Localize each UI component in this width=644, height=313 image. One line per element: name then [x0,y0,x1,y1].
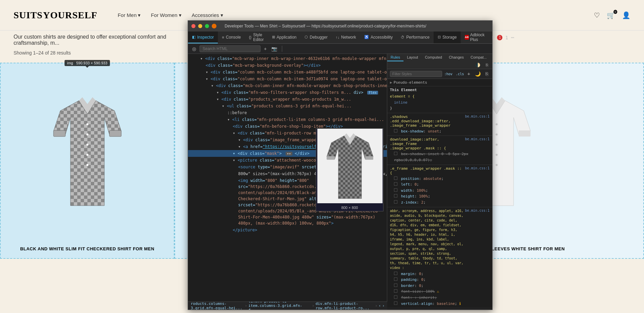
svg-rect-5 [54,130,65,137]
html-line-3: ▾ <div class="column mcb-column mcb-item… [188,69,387,76]
dark-toggle-btn[interactable]: 🌙 [474,70,482,77]
tab-performance[interactable]: ⏱ Performance [397,32,434,43]
tab-layout[interactable]: Layout [403,54,421,61]
devtools-toolbar: ◎ + 📷 [188,44,492,54]
toolbar-separator [282,46,282,52]
html-line-7: ▾ <div class="products_wrapper mfn-woo-p… [188,96,387,103]
svg-point-8 [86,133,88,135]
nav-accessories[interactable]: Accessories ▾ [192,12,223,18]
tab-debugger[interactable]: ⬡ Debugger [300,32,332,43]
tab-rules[interactable]: Rules [387,54,403,61]
search-html-input[interactable] [200,45,261,52]
screenshot-button[interactable]: 📷 [270,45,278,52]
breadcrumb-2[interactable]: li.mfn-product-li-item.columns-3.grid.mf… [248,301,311,310]
shirt-preview-svg [316,129,384,203]
site-subtitle: Our custom shirts are designed to offer … [14,34,183,46]
copy-icon[interactable]: ⎘ [484,61,490,69]
tab-adblock[interactable]: AB Adblock Plus [461,32,490,43]
tab-accessibility-label: Accessibility [371,35,393,40]
devtools-breadcrumb: roducts.columns-3.grid.mfn-equal-hei... … [188,301,387,310]
svg-rect-34 [327,156,335,160]
rule1-props: box-shadow: unset; [390,128,490,134]
rule3-chk-position[interactable] [394,176,397,180]
pseudo-state-hov[interactable]: :hov [444,72,452,76]
rule4-chk-fontsize[interactable] [394,289,397,293]
devtools-minimize-button[interactable] [198,24,202,28]
pick-element-button[interactable]: ◎ [191,45,198,52]
pseudo-elements-section[interactable]: ▶ Pseudo-elements [387,79,492,86]
filter-styles-input[interactable] [390,71,442,77]
devtools-more-icon[interactable]: ⋯ [511,34,514,41]
dark-mode-icon[interactable]: 🌓 [473,61,482,69]
tab-changes[interactable]: Changes [445,54,467,61]
tab-more[interactable]: » [490,32,497,43]
style-rule-4: abbr, acronym, address, applet, a16, asi… [387,207,492,309]
firefox-icon [212,24,216,28]
breadcrumb-1[interactable]: roducts.columns-3.grid.mfn-equal-hei... [191,301,244,310]
tab-style-editor[interactable]: {} Style Editor [245,32,268,43]
rule4-props: margin: 0; padding: 0; border: 0; f [390,271,490,307]
copy-styles-btn[interactable]: ⎘ [484,70,490,77]
preview-size: 800 × 800 [316,204,383,211]
add-rule-button[interactable]: + [263,45,268,52]
tab-storage[interactable]: ⊡ Storage [434,32,461,43]
rule4-chk-font[interactable] [394,295,397,299]
tab-console-label: Console [226,35,241,40]
rule4-link[interactable]: be.min.css:1 [465,209,490,212]
rule2-link[interactable]: be.min.css:1 [465,137,490,141]
rule3-chk-left[interactable] [394,182,397,186]
rule3-props: position: absolute; left: 0; width: 100%… [390,176,490,206]
tab-computed[interactable]: Computed [421,54,445,61]
tab-accessibility[interactable]: ♿ Accessibility [360,32,397,43]
rule1-link[interactable]: be.min.css:1 [465,114,490,118]
breadcrumb-3[interactable]: div.mfn-li-product-row.mfn-li-product-ro… [316,301,374,310]
breadcrumb-arrow-2[interactable]: › [382,304,385,308]
product-title-1: BLACK AND WHITE SLIM FIT CHECKERED SHIRT… [20,246,154,251]
html-line-2: <div class="mcb-wrap-background-overlay"… [188,62,387,69]
svg-point-7 [86,123,88,125]
html-line-8: ▾ <ul class="products columns-3 grid mfn… [188,103,387,109]
rule3-chk-width[interactable] [394,188,397,192]
heart-icon[interactable]: ♡ [594,11,600,19]
this-element-section: This Element element ∷ { inline } [387,86,492,113]
rule4-chk-padding[interactable] [394,277,397,281]
tab-network-label: Network [341,35,356,40]
tab-debugger-label: Debugger [310,35,328,40]
rule3-chk-zindex[interactable] [394,200,397,204]
rule4-chk-valign[interactable] [394,301,397,305]
rule1-checkbox[interactable] [394,129,397,132]
rule1-selector: .shadows .edd_download_image::after,.ima… [390,114,465,128]
tab-inspector[interactable]: ◧ Inspector [188,32,218,43]
product-card-1[interactable]: img 590.933 × 590.933 [0,63,174,259]
breadcrumb-sep-2: › [312,304,314,308]
nav-for-men[interactable]: For Men ▾ [118,12,141,18]
devtools-maximize-button[interactable] [205,24,209,28]
devtools-tabs: ◧ Inspector ≡ Console {} Style Editor ⊞ … [188,32,492,44]
devtools-close-button[interactable] [191,24,195,28]
tab-network[interactable]: ↑↓ Network [332,32,360,43]
pseudo-state-cls[interactable]: .cls [456,72,464,76]
rule3-selector: .e_frame .image_wrapper .mask :: { [390,166,465,175]
tab-compat[interactable]: Compat... [467,54,490,61]
rule3-chk-height[interactable] [394,194,397,197]
html-line-5: ▾ <div class="mcb-column-inner mfn-modul… [188,82,387,89]
rule4-chk-border[interactable] [394,284,397,287]
this-element-title: This Element [390,88,490,92]
rule4-chk-margin[interactable] [394,272,397,275]
style-rule-1: .shadows .edd_download_image::after,.ima… [387,113,492,136]
svg-rect-6 [109,130,121,137]
devtools-titlebar: Developer Tools — Men Shirt – Suitsyours… [188,21,492,32]
html-line-4: ▾ <div class="column mcb-column mcb-item… [188,76,387,82]
cart-icon[interactable]: 🛒0 [607,11,615,19]
rule3-link[interactable]: be.min.css:1 [465,166,490,170]
rule2-checkbox[interactable] [394,152,397,155]
results-count: Showing 1–24 of 28 results [14,50,71,56]
tab-application[interactable]: ⊞ Application [268,32,301,43]
element-val-inline: inline [394,100,408,105]
nav-for-women[interactable]: For Women ▾ [151,12,181,18]
user-icon[interactable]: 👤 [622,11,630,19]
breadcrumb-sep-3: › [375,304,377,308]
tab-console[interactable]: ≡ Console [218,32,245,43]
add-new-rule-btn[interactable]: + [466,70,472,77]
breadcrumb-arrow-1[interactable]: ‹ [379,304,381,308]
